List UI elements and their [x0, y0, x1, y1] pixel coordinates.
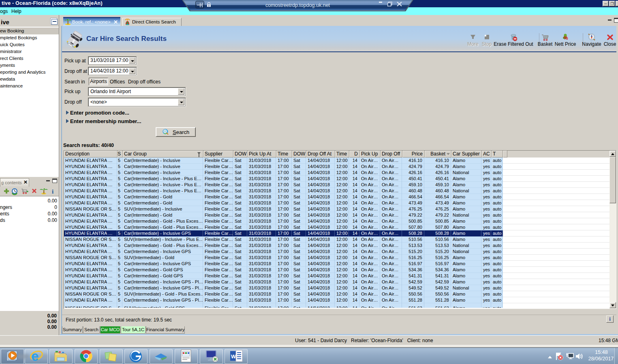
svg-text:i: i: [52, 188, 53, 195]
svg-text:W: W: [231, 353, 236, 360]
svg-text:%: %: [564, 35, 568, 41]
svg-text:e: e: [31, 349, 38, 363]
